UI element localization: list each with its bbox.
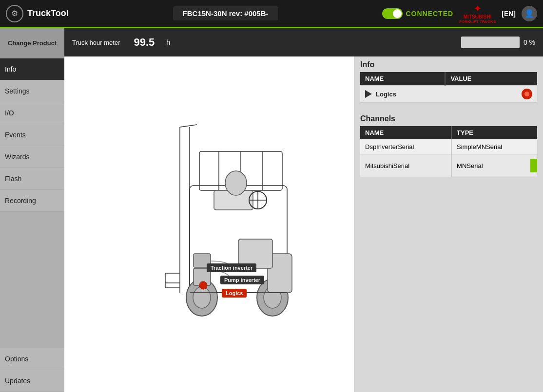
user-icon-symbol: 👤 [524, 9, 534, 18]
logics-text: Logics [376, 91, 518, 98]
app-header: ⚙ TruckTool FBC15N-30N rev: #005B- CONNE… [0, 0, 543, 28]
channel-name-2: MitsubishiSerial [360, 155, 451, 177]
forklift-container: Traction inverter Pump inverter Logics [116, 88, 302, 361]
info-panel: Info NAME VALUE [354, 56, 543, 107]
channels-title: Channels [360, 114, 537, 123]
connection-status: CONNECTED [382, 8, 453, 19]
sidebar-item-flash[interactable]: Flash [0, 168, 64, 190]
table-row[interactable]: MitsubishiSerial MNSerial [360, 155, 537, 177]
channel-type-1: SimpleMNSerial [451, 139, 537, 155]
header-right-section: CONNECTED ✦ MITSUBISHI FORKLIFT TRUCKS [… [382, 3, 537, 24]
brand-name: MITSUBISHI [464, 14, 492, 19]
table-row[interactable]: DspInverterSerial SimpleMNSerial [360, 139, 537, 155]
content-split: Traction inverter Pump inverter Logics I… [64, 56, 543, 392]
logics-row[interactable]: Logics [360, 86, 537, 103]
red-indicator-inner [524, 92, 529, 96]
battery-percentage: 0 % [524, 38, 535, 46]
user-avatar[interactable]: 👤 [522, 6, 537, 21]
channel-type-header: TYPE [451, 126, 537, 139]
connected-label: CONNECTED [406, 10, 453, 18]
meter-value: 99.5 [134, 36, 155, 49]
sidebar-item-wizards[interactable]: Wizards [0, 146, 64, 168]
info-value-header: VALUE [445, 72, 537, 86]
sidebar-item-io[interactable]: I/O [0, 102, 64, 124]
channel-name-1: DspInverterSerial [360, 139, 451, 155]
logo-icon: ⚙ [6, 5, 23, 22]
channels-table: NAME TYPE DspInverterSerial SimpleMNSeri… [360, 126, 537, 177]
info-table: NAME VALUE Logics [360, 72, 537, 103]
svg-point-26 [199, 281, 207, 289]
app-logo: ⚙ TruckTool [6, 5, 69, 22]
app-name: TruckTool [27, 8, 69, 19]
sidebar-item-info[interactable]: Info [0, 58, 64, 80]
brand-sub: FORKLIFT TRUCKS [459, 19, 496, 24]
content-area: Truck hour meter 99.5 h 0 % [64, 28, 543, 392]
channel-name-header: NAME [360, 126, 451, 139]
sidebar: Change Product Info Settings I/O Events … [0, 28, 64, 392]
svg-point-18 [193, 287, 211, 308]
svg-point-13 [225, 171, 247, 195]
top-bar: Truck hour meter 99.5 h 0 % [64, 28, 543, 56]
change-product-button[interactable]: Change Product [0, 28, 64, 58]
play-icon [365, 90, 372, 98]
channel-type-2: MNSerial [452, 155, 537, 177]
info-title: Info [360, 60, 537, 69]
battery-bar [461, 37, 520, 48]
red-indicator [522, 89, 532, 99]
main-layout: Change Product Info Settings I/O Events … [0, 28, 543, 392]
svg-rect-25 [194, 254, 211, 267]
brand-logo: ✦ MITSUBISHI FORKLIFT TRUCKS [459, 3, 496, 24]
forklift-svg [116, 88, 302, 361]
sidebar-item-options[interactable]: Options [0, 348, 64, 370]
logics-row-content[interactable]: Logics [360, 86, 537, 102]
mitsubishi-icon: ✦ [474, 3, 481, 14]
svg-line-2 [180, 125, 197, 127]
svg-rect-22 [238, 239, 272, 268]
info-name-header: NAME [360, 72, 445, 86]
meter-label: Truck hour meter [72, 39, 120, 46]
right-panel-scroll[interactable]: Info NAME VALUE [354, 56, 543, 392]
sidebar-item-settings[interactable]: Settings [0, 80, 64, 102]
sidebar-item-events[interactable]: Events [0, 124, 64, 146]
language-selector[interactable]: [EN] [502, 10, 516, 18]
channels-section: Channels NAME TYPE DspInverterSerial [354, 111, 543, 181]
product-id: FBC15N-30N rev: #005B- [173, 6, 278, 20]
battery-indicator: 0 % [461, 37, 535, 48]
connection-toggle[interactable] [382, 8, 403, 19]
channel-green-indicator [530, 159, 537, 172]
toggle-knob [393, 9, 402, 18]
forklift-diagram[interactable]: Traction inverter Pump inverter Logics [64, 56, 354, 392]
sidebar-item-updates[interactable]: Updates [0, 370, 64, 392]
meter-unit: h [166, 38, 170, 46]
right-panel: Info NAME VALUE [354, 56, 543, 392]
sidebar-item-recording[interactable]: Recording [0, 190, 64, 212]
